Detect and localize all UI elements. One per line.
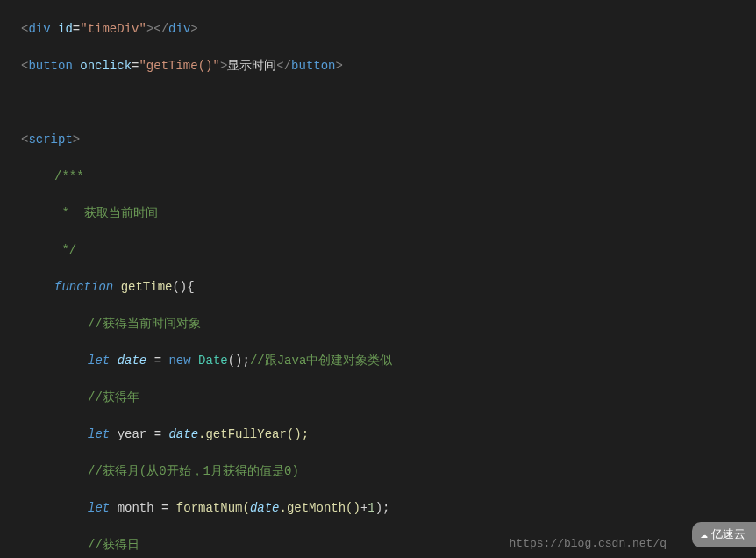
source-url: https://blog.csdn.net/q: [510, 534, 667, 553]
code-line: //获得年: [21, 389, 756, 407]
code-line: //获得月(从0开始，1月获得的值是0): [21, 462, 756, 481]
code-line: * 获取当前时间: [21, 204, 756, 223]
code-line: let year = date.getFullYear();: [21, 426, 756, 444]
code-line: <div id="timeDiv"></div>: [21, 20, 756, 39]
code-line: /***: [21, 168, 756, 186]
code-line: [21, 94, 756, 112]
code-line: function getTime(){: [21, 278, 756, 297]
code-line: <button onclick="getTime()">显示时间</button…: [21, 57, 756, 75]
watermark-badge: ☁ 亿速云: [692, 522, 756, 547]
code-line: */: [21, 241, 756, 260]
code-line: let date = new Date();//跟Java中创建对象类似: [21, 352, 756, 370]
code-line: //获得当前时间对象: [21, 315, 756, 333]
watermark-text: 亿速云: [711, 526, 745, 544]
cloud-icon: ☁: [701, 526, 708, 544]
code-line: <script>: [21, 131, 756, 149]
code-line: let month = formatNum(date.getMonth()+1)…: [21, 499, 756, 518]
code-editor: <div id="timeDiv"></div> <button onclick…: [0, 0, 756, 558]
